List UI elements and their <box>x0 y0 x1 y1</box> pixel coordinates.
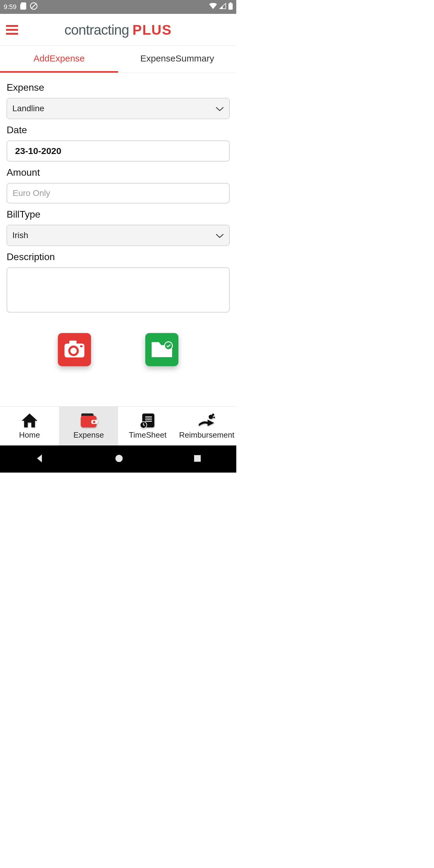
timesheet-icon <box>138 412 157 429</box>
menu-button[interactable] <box>6 25 18 35</box>
tab-label: ExpenseSummary <box>140 53 214 64</box>
home-icon <box>21 412 38 429</box>
expense-select[interactable]: Landline <box>7 98 230 119</box>
recent-apps-button[interactable] <box>193 454 202 464</box>
status-right <box>209 2 233 11</box>
nav-label: Home <box>19 430 40 440</box>
back-button[interactable] <box>35 453 45 465</box>
nav-timesheet[interactable]: TimeSheet <box>118 407 177 445</box>
tab-label: AddExpense <box>33 53 85 64</box>
do-not-disturb-icon <box>30 2 38 12</box>
folder-check-icon <box>150 338 174 361</box>
camera-icon <box>64 340 85 359</box>
form-area: Expense Landline Date 23-10-2020 Amount … <box>0 73 236 406</box>
nav-expense[interactable]: Expense <box>59 407 118 445</box>
wifi-icon <box>209 3 217 11</box>
svg-point-17 <box>212 413 214 415</box>
svg-point-11 <box>93 421 96 423</box>
svg-rect-2 <box>228 3 233 10</box>
description-label: Description <box>7 251 230 262</box>
amount-label: Amount <box>7 167 230 178</box>
date-input[interactable]: 23-10-2020 <box>7 141 230 161</box>
tab-add-expense[interactable]: AddExpense <box>0 46 118 73</box>
nav-label: TimeSheet <box>129 430 167 440</box>
expense-field: Expense Landline <box>7 82 230 119</box>
system-nav-bar <box>0 445 236 472</box>
app-header: contracting PLUS <box>0 14 236 46</box>
status-left: 9:59 <box>4 2 38 12</box>
svg-rect-14 <box>145 421 152 422</box>
svg-point-18 <box>213 416 215 418</box>
svg-rect-5 <box>69 341 76 345</box>
svg-rect-20 <box>194 455 201 462</box>
description-field: Description <box>7 251 230 313</box>
chevron-down-icon <box>216 230 224 240</box>
description-input[interactable] <box>7 267 230 313</box>
amount-input[interactable]: Euro Only <box>7 183 230 204</box>
cell-signal-icon <box>219 3 226 11</box>
svg-rect-7 <box>80 345 83 347</box>
billtype-select[interactable]: Irish <box>7 225 230 246</box>
camera-button[interactable] <box>58 333 91 366</box>
tab-expense-summary[interactable]: ExpenseSummary <box>118 46 236 73</box>
billtype-label: BillType <box>7 209 230 220</box>
bottom-nav: Home Expense TimeSheet <box>0 406 236 445</box>
wallet-icon <box>80 412 98 429</box>
date-field: Date 23-10-2020 <box>7 124 230 161</box>
amount-placeholder: Euro Only <box>13 188 50 198</box>
reimbursement-icon <box>198 412 216 429</box>
battery-icon <box>228 2 233 11</box>
brand-text-dark: contracting <box>64 22 129 38</box>
home-button[interactable] <box>115 454 124 464</box>
tab-bar: AddExpense ExpenseSummary <box>0 46 236 73</box>
nav-label: Reimbursement <box>179 430 235 440</box>
svg-point-19 <box>116 455 123 462</box>
brand-text-red: PLUS <box>133 22 172 38</box>
action-row <box>7 333 230 366</box>
status-bar: 9:59 <box>0 0 236 14</box>
billtype-value: Irish <box>12 230 28 240</box>
svg-line-1 <box>31 4 36 8</box>
folder-button[interactable] <box>145 333 179 366</box>
nav-label: Expense <box>73 430 104 440</box>
date-label: Date <box>7 124 230 135</box>
svg-rect-12 <box>145 416 152 417</box>
chevron-down-icon <box>216 104 224 113</box>
nav-home[interactable]: Home <box>0 407 59 445</box>
date-value: 23-10-2020 <box>15 146 61 156</box>
svg-rect-13 <box>145 418 152 420</box>
billtype-field: BillType Irish <box>7 209 230 246</box>
expense-label: Expense <box>7 82 230 93</box>
sd-card-icon <box>20 2 26 11</box>
nav-reimbursement[interactable]: Reimbursement <box>177 407 236 445</box>
status-time: 9:59 <box>4 3 17 11</box>
svg-rect-3 <box>230 2 231 3</box>
amount-field: Amount Euro Only <box>7 167 230 204</box>
brand-logo: contracting PLUS <box>64 22 172 38</box>
expense-value: Landline <box>12 104 44 113</box>
